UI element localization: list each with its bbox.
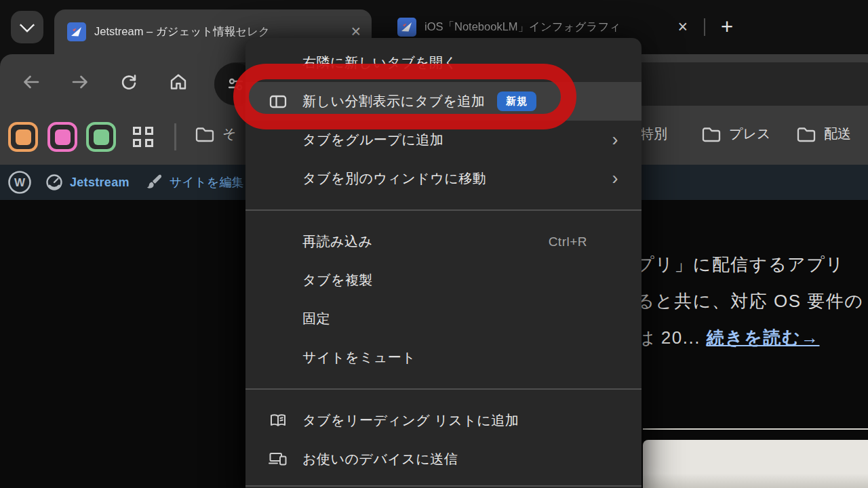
apps-grid-icon[interactable] (133, 127, 154, 148)
browser-window: Jetstream – ガジェット情報セレク × iOS「NotebookLM」… (0, 0, 868, 488)
menu-item-open-new-tab-right[interactable]: 右隣に新しいタブを開く (245, 43, 642, 82)
menu-item-label: 再読み込み (302, 232, 372, 251)
tab-close-icon[interactable]: × (677, 18, 688, 35)
menu-item-label: 固定 (302, 310, 330, 328)
read-more-link[interactable]: 続きを読む→ (707, 327, 820, 348)
forward-button[interactable] (67, 69, 93, 95)
menu-item-mute-site[interactable]: サイトをミュート (245, 338, 642, 377)
folder-icon (701, 125, 722, 143)
swatch-fill (16, 129, 31, 145)
bookmark-folder[interactable]: プレス (701, 125, 770, 143)
reload-icon (119, 72, 139, 92)
svg-text:W: W (14, 176, 26, 189)
home-button[interactable] (165, 69, 191, 95)
tab-title: iOS「NotebookLM」インフォグラフィ (425, 20, 672, 35)
new-tab-button[interactable]: + (713, 14, 741, 41)
menu-item-label: タブを複製 (302, 271, 373, 289)
icon-spacer (267, 168, 289, 190)
reading-list-icon (267, 410, 289, 432)
submenu-arrow-icon: › (612, 169, 619, 188)
menu-item-add-to-reading-list[interactable]: タブをリーディング リストに追加 (245, 401, 642, 440)
reload-button[interactable] (116, 69, 142, 95)
article-text: は 20... (636, 327, 707, 348)
swatch-fill (55, 129, 71, 145)
bookmark-folder[interactable]: 特別 (640, 125, 667, 143)
wp-dashboard-link[interactable]: Jetstream (45, 173, 130, 192)
content-divider (643, 428, 868, 430)
folder-icon (796, 125, 816, 143)
new-badge: 新規 (497, 92, 536, 111)
menu-separator (245, 388, 642, 390)
menu-item-pin-tab[interactable]: 固定 (245, 300, 642, 338)
site-favicon (67, 22, 86, 41)
tab-title: Jetstream – ガジェット情報セレク (94, 24, 345, 39)
swatch-fill (94, 129, 109, 145)
home-icon (168, 72, 189, 92)
bookmark-favicon-orange[interactable] (8, 122, 38, 152)
menu-item-label: お使いのデバイスに送信 (302, 450, 458, 468)
gauge-icon (45, 173, 64, 192)
bookmark-label: プレス (729, 125, 770, 143)
submenu-arrow-icon: › (612, 131, 619, 149)
dashboard-link-label: Jetstream (70, 176, 130, 190)
icon-spacer (267, 129, 289, 151)
menu-item-label: タブを別のウィンドウに移動 (302, 169, 486, 188)
forward-icon (70, 72, 90, 92)
bookmark-label: 特別 (640, 125, 667, 143)
wordpress-icon: W (7, 169, 33, 195)
icon-spacer (267, 347, 289, 369)
tab-context-menu: 右隣に新しいタブを開く 新しい分割表示にタブを追加 新規 タブをグループに追加 … (245, 38, 642, 488)
icon-spacer (267, 270, 289, 291)
icon-spacer (267, 308, 289, 330)
content-card (643, 440, 868, 488)
menu-item-duplicate-tab[interactable]: タブを複製 (245, 261, 642, 300)
bookmark-folder[interactable]: 配送 (796, 125, 851, 143)
back-icon (21, 72, 41, 92)
bookmark-favicon-green[interactable] (86, 122, 116, 152)
site-favicon (397, 18, 416, 37)
chevron-down-icon (20, 18, 35, 33)
edit-site-link-label: サイトを編集 (170, 174, 244, 190)
wp-logo-button[interactable]: W (7, 169, 33, 195)
menu-item-send-to-device[interactable]: お使いのデバイスに送信 (245, 440, 642, 479)
wp-edit-site-link[interactable]: サイトを編集 (144, 173, 244, 192)
menu-item-label: タブをリーディング リストに追加 (302, 411, 519, 430)
menu-separator (245, 209, 642, 211)
menu-item-label: 新しい分割表示にタブを追加 (302, 92, 485, 110)
menu-item-add-tab-to-split-view[interactable]: 新しい分割表示にタブを追加 新規 (245, 82, 642, 121)
tab-divider (704, 18, 705, 36)
menu-item-move-tab-to-window[interactable]: タブを別のウィンドウに移動 › (245, 159, 642, 198)
article-text-line: は 20... 続きを読む→ (636, 326, 819, 350)
article-text-line: プリ」に配信するアプリ (636, 253, 844, 277)
article-text-line: ると共に、対応 OS 要件の (636, 289, 863, 313)
icon-spacer (267, 52, 289, 74)
bookmark-favicon-pink[interactable] (47, 122, 77, 152)
split-view-icon (267, 91, 289, 113)
back-button[interactable] (18, 69, 44, 95)
brush-icon (144, 173, 163, 192)
menu-separator (245, 485, 642, 487)
bookmark-label: 配送 (824, 125, 851, 143)
bookmark-folder[interactable]: そ (195, 125, 236, 143)
bookmarks-divider (174, 123, 176, 150)
tune-icon (226, 75, 245, 94)
menu-item-label: サイトをミュート (302, 348, 416, 367)
folder-icon (195, 125, 215, 143)
icon-spacer (267, 231, 289, 253)
menu-item-label: 右隣に新しいタブを開く (302, 54, 458, 72)
menu-item-reload[interactable]: 再読み込み Ctrl+R (245, 222, 642, 261)
send-to-device-icon (267, 449, 289, 470)
tab-close-icon[interactable]: × (351, 23, 361, 40)
tab-search-button[interactable] (11, 11, 43, 43)
menu-item-add-tab-to-group[interactable]: タブをグループに追加 › (245, 121, 642, 159)
menu-item-label: タブをグループに追加 (302, 131, 443, 149)
bookmark-label: そ (222, 125, 236, 143)
menu-shortcut: Ctrl+R (549, 235, 587, 249)
